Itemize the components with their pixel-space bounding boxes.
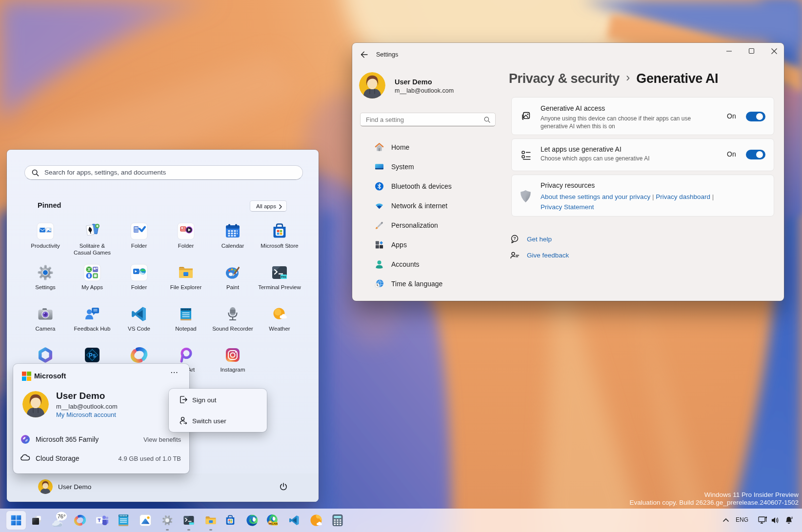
- svg-text:76°: 76°: [58, 513, 66, 519]
- svg-text:CAN: CAN: [272, 522, 278, 525]
- svg-text:PRE: PRE: [281, 276, 287, 278]
- svg-text:Ps: Ps: [89, 352, 96, 359]
- svg-text:z: z: [791, 516, 793, 519]
- svg-text:?: ?: [513, 236, 516, 241]
